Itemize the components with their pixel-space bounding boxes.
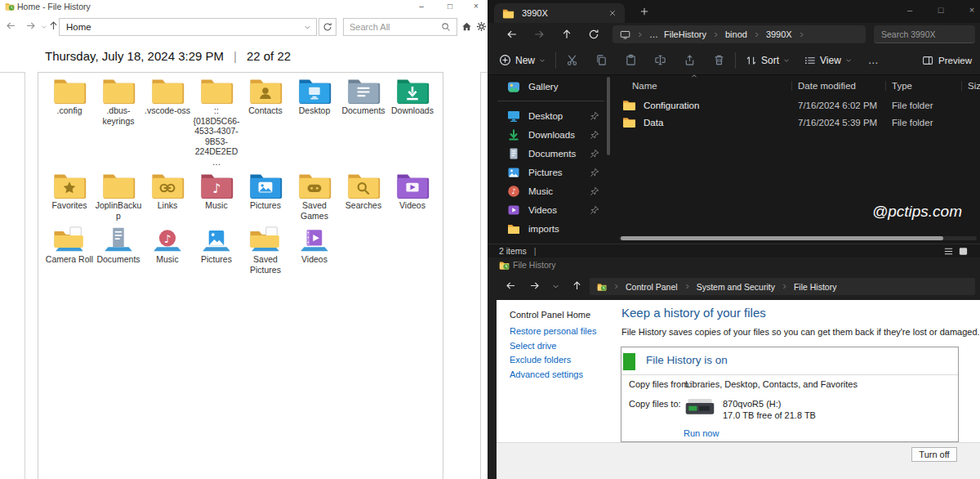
breadcrumb-segment[interactable]: binod xyxy=(725,29,747,39)
sidebar-item[interactable]: Documents xyxy=(488,144,612,163)
cut-icon[interactable] xyxy=(566,54,578,66)
column-size[interactable]: Size xyxy=(968,81,980,91)
sidebar-item[interactable]: Videos xyxy=(488,200,612,219)
folder-tile[interactable]: Pictures xyxy=(192,226,241,275)
column-type[interactable]: Type xyxy=(892,81,968,91)
horizontal-scrollbar-thumb[interactable] xyxy=(621,236,943,240)
address-bar[interactable]: Home xyxy=(59,18,317,36)
up-icon[interactable] xyxy=(561,29,572,40)
up-icon[interactable] xyxy=(572,280,582,291)
breadcrumb[interactable]: … FileHistory binod xyxy=(612,25,866,43)
folder-tile[interactable]: .dbus-keyrings xyxy=(94,78,143,167)
folder-tile[interactable]: Links xyxy=(143,172,192,221)
view-list-icon[interactable] xyxy=(943,246,954,257)
minimize-button[interactable]: – xyxy=(900,2,920,17)
search-box[interactable]: Search 3990X xyxy=(874,25,975,43)
new-button[interactable]: New xyxy=(499,54,546,66)
previous-snapshot-edge[interactable] xyxy=(0,72,25,479)
task-link[interactable]: Exclude folders xyxy=(510,355,596,369)
breadcrumb[interactable]: Control Panel System and Security File H… xyxy=(590,278,975,295)
breadcrumb-segment[interactable]: System and Security xyxy=(697,282,775,292)
task-link[interactable]: Restore personal files xyxy=(510,326,596,341)
column-separator[interactable] xyxy=(961,81,962,91)
run-now-link[interactable]: Run now xyxy=(684,428,719,438)
recent-pages-icon[interactable] xyxy=(552,283,559,290)
folder-tile[interactable]: Videos xyxy=(388,172,437,221)
breadcrumb-overflow[interactable]: … xyxy=(649,29,658,39)
sidebar-item[interactable]: Desktop xyxy=(488,106,612,125)
share-icon[interactable] xyxy=(684,54,696,66)
chevron-right-icon[interactable] xyxy=(712,31,719,38)
back-icon[interactable] xyxy=(506,29,518,40)
folder-tile[interactable]: Desktop xyxy=(290,78,339,167)
search-box[interactable]: Search All xyxy=(343,18,457,36)
folder-tile[interactable]: Documents xyxy=(94,226,143,275)
pin-icon[interactable] xyxy=(590,205,599,215)
turn-off-button[interactable]: Turn off xyxy=(911,447,957,462)
sidebar-item[interactable]: Pictures xyxy=(488,163,612,181)
folder-tile[interactable]: Searches xyxy=(339,172,388,221)
close-button[interactable]: × xyxy=(467,0,485,12)
titlebar[interactable]: File History xyxy=(488,257,980,273)
close-button[interactable]: × xyxy=(962,2,980,17)
folder-tile[interactable]: Favorites xyxy=(45,172,94,221)
up-icon[interactable] xyxy=(48,20,59,31)
folder-tile[interactable]: Downloads xyxy=(388,78,437,167)
breadcrumb-segment[interactable]: File History xyxy=(794,282,837,292)
folder-tile[interactable]: Videos xyxy=(290,226,339,275)
folder-tile[interactable]: ::{018D5C66-4533-4307-9B53-224DE2ED… xyxy=(192,78,241,167)
titlebar[interactable]: Home - File History – □ × xyxy=(0,0,488,14)
refresh-button[interactable] xyxy=(318,18,336,36)
sidebar-scrollbar[interactable] xyxy=(607,77,610,155)
recent-locations-icon[interactable] xyxy=(41,24,47,30)
folder-tile[interactable]: JoplinBackup xyxy=(94,172,143,221)
address-dropdown-icon[interactable] xyxy=(304,24,311,31)
view-button[interactable]: View xyxy=(804,55,852,66)
pin-icon[interactable] xyxy=(590,186,599,196)
folder-tile[interactable]: Documents xyxy=(339,78,388,167)
rename-icon[interactable] xyxy=(654,54,666,66)
task-link[interactable]: Select drive xyxy=(510,341,596,356)
column-date-modified[interactable]: Date modified xyxy=(798,81,892,91)
new-tab-icon[interactable] xyxy=(639,7,649,16)
back-icon[interactable] xyxy=(6,20,16,31)
sidebar-item[interactable]: Gallery xyxy=(488,77,612,96)
column-separator[interactable] xyxy=(885,81,886,91)
folder-tile[interactable]: Camera Roll xyxy=(45,226,94,275)
folder-tile[interactable]: Saved Pictures xyxy=(241,226,290,275)
sidebar-item[interactable]: imports xyxy=(488,219,612,238)
folder-tile[interactable]: ♪ Music xyxy=(143,226,192,275)
maximize-button[interactable]: □ xyxy=(441,0,459,12)
gear-icon[interactable] xyxy=(476,21,487,32)
task-link[interactable]: Advanced settings xyxy=(510,369,596,384)
folder-tile[interactable]: Contacts xyxy=(241,78,290,167)
pin-icon[interactable] xyxy=(590,111,599,121)
this-pc-icon[interactable] xyxy=(620,29,630,40)
explorer-tab[interactable]: 3990X xyxy=(494,3,625,23)
folder-tile[interactable]: ♪ Music xyxy=(192,172,241,221)
chevron-right-icon[interactable] xyxy=(753,31,760,38)
pin-icon[interactable] xyxy=(590,130,599,140)
sort-button[interactable]: Sort xyxy=(746,55,790,66)
delete-icon[interactable] xyxy=(713,54,725,66)
preview-toggle[interactable]: Preview xyxy=(922,46,972,75)
folder-tile[interactable]: .vscode-oss xyxy=(143,78,192,167)
horizontal-scrollbar[interactable] xyxy=(619,236,977,240)
sidebar-item[interactable]: Downloads xyxy=(488,125,612,144)
column-separator[interactable] xyxy=(791,81,792,91)
maximize-button[interactable]: □ xyxy=(931,2,951,17)
pin-icon[interactable] xyxy=(590,149,599,159)
breadcrumb-segment[interactable]: Control Panel xyxy=(626,282,678,292)
breadcrumb-segment[interactable]: 3990X xyxy=(766,29,792,39)
tab-close-icon[interactable] xyxy=(608,9,617,17)
file-row[interactable]: Data 7/16/2024 5:39 PM File folder xyxy=(612,114,980,131)
pin-icon[interactable] xyxy=(590,168,599,177)
folder-tile[interactable]: Saved Games xyxy=(290,172,339,221)
view-thumb-icon[interactable] xyxy=(958,246,969,257)
paste-icon[interactable] xyxy=(625,54,637,66)
folder-tile[interactable]: Pictures xyxy=(241,172,290,221)
forward-icon[interactable] xyxy=(533,29,545,40)
copy-icon[interactable] xyxy=(595,54,608,66)
file-row[interactable]: Configuration 7/16/2024 6:02 PM File fol… xyxy=(612,96,980,114)
home-icon[interactable] xyxy=(461,21,472,32)
